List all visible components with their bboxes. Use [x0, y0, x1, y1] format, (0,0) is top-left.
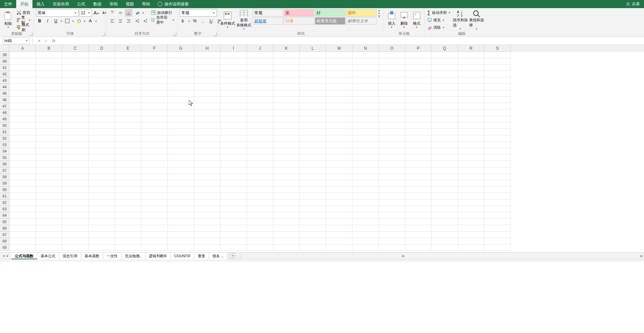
cancel-formula-icon[interactable]: ✕ [38, 39, 41, 43]
cell[interactable] [247, 142, 273, 148]
cell[interactable] [432, 122, 458, 129]
cell[interactable] [9, 174, 36, 180]
row-header[interactable]: 68 [0, 238, 9, 244]
cell[interactable] [194, 219, 221, 225]
cell[interactable] [62, 232, 89, 238]
cell[interactable] [168, 244, 194, 251]
cell[interactable] [247, 219, 273, 225]
cell[interactable] [89, 161, 115, 167]
cell[interactable] [247, 161, 273, 167]
cell[interactable] [247, 154, 273, 161]
font-name-combo[interactable]: 黑体▼ [36, 9, 78, 17]
cell[interactable] [405, 71, 432, 77]
merge-center-button[interactable]: 合并后居中 ▼ [151, 17, 175, 23]
sheet-tab[interactable]: 一次性 [103, 253, 121, 259]
cell[interactable] [273, 167, 300, 174]
cell[interactable] [352, 148, 379, 154]
cell[interactable] [300, 167, 326, 174]
cell[interactable] [89, 129, 115, 135]
cell[interactable] [9, 129, 36, 135]
cell[interactable] [62, 103, 89, 110]
cell[interactable] [62, 225, 89, 232]
cell[interactable] [300, 238, 326, 244]
row-header[interactable]: 49 [0, 116, 9, 122]
column-header[interactable]: F [141, 45, 168, 52]
cell[interactable] [432, 193, 458, 199]
cell[interactable] [221, 129, 247, 135]
cell[interactable] [89, 58, 115, 65]
cell[interactable] [62, 142, 89, 148]
column-header[interactable]: Q [432, 45, 458, 52]
cell[interactable] [141, 90, 168, 97]
cell[interactable] [9, 187, 36, 193]
column-header[interactable]: C [62, 45, 89, 52]
cell[interactable] [89, 116, 115, 122]
increase-indent-button[interactable] [142, 17, 149, 25]
cell[interactable] [326, 154, 352, 161]
cell[interactable] [247, 71, 273, 77]
cell[interactable] [379, 116, 405, 122]
cell[interactable] [300, 180, 326, 187]
cell[interactable] [458, 135, 484, 142]
cell[interactable] [326, 129, 352, 135]
cell[interactable] [432, 52, 458, 58]
cell[interactable] [432, 180, 458, 187]
cell[interactable] [352, 219, 379, 225]
tell-me-search[interactable]: 操作说明搜索 [158, 1, 189, 7]
cell[interactable] [458, 110, 484, 116]
cell[interactable] [247, 206, 273, 212]
cell[interactable] [432, 84, 458, 90]
cell[interactable] [273, 219, 300, 225]
cell[interactable] [247, 199, 273, 206]
cell[interactable] [247, 187, 273, 193]
cell[interactable] [273, 135, 300, 142]
cell[interactable] [273, 52, 300, 58]
cell[interactable] [405, 206, 432, 212]
cell[interactable] [115, 65, 141, 71]
cell[interactable] [89, 154, 115, 161]
cell[interactable] [458, 174, 484, 180]
cell[interactable] [9, 212, 36, 219]
column-header[interactable]: S [484, 45, 511, 52]
cell[interactable] [458, 167, 484, 174]
style-bad[interactable]: 差 [284, 9, 314, 17]
chevron-down-icon[interactable]: ▼ [60, 20, 63, 22]
cell[interactable] [168, 161, 194, 167]
cell[interactable] [326, 142, 352, 148]
cell[interactable] [89, 135, 115, 142]
cell[interactable] [405, 58, 432, 65]
cell[interactable] [62, 161, 89, 167]
cell[interactable] [405, 148, 432, 154]
cell[interactable] [352, 129, 379, 135]
cell[interactable] [379, 142, 405, 148]
cell[interactable] [379, 180, 405, 187]
cell[interactable] [115, 212, 141, 219]
cell[interactable] [484, 90, 511, 97]
style-explain[interactable]: 解释性文本 [346, 17, 376, 25]
cell[interactable] [141, 206, 168, 212]
dialog-launcher-icon[interactable] [29, 32, 32, 36]
share-button[interactable]: 共享 [622, 1, 644, 7]
cell[interactable] [484, 135, 511, 142]
cell[interactable] [273, 193, 300, 199]
cell[interactable] [432, 206, 458, 212]
cell[interactable] [9, 193, 36, 199]
cell[interactable] [141, 244, 168, 251]
cell[interactable] [484, 71, 511, 77]
cell[interactable] [221, 238, 247, 244]
cell[interactable] [141, 232, 168, 238]
cell[interactable] [168, 71, 194, 77]
find-select-button[interactable]: 查找和选择 ▼ [469, 9, 484, 30]
cell[interactable] [62, 129, 89, 135]
sheet-nav-prev-icon[interactable]: ◄ [2, 254, 5, 258]
cell[interactable] [458, 77, 484, 84]
cell[interactable] [352, 180, 379, 187]
cell[interactable] [115, 97, 141, 103]
cell[interactable] [9, 154, 36, 161]
column-header[interactable]: E [115, 45, 141, 52]
cell[interactable] [326, 84, 352, 90]
cell[interactable] [62, 116, 89, 122]
column-header[interactable]: M [326, 45, 352, 52]
cell[interactable] [62, 180, 89, 187]
cell[interactable] [432, 199, 458, 206]
